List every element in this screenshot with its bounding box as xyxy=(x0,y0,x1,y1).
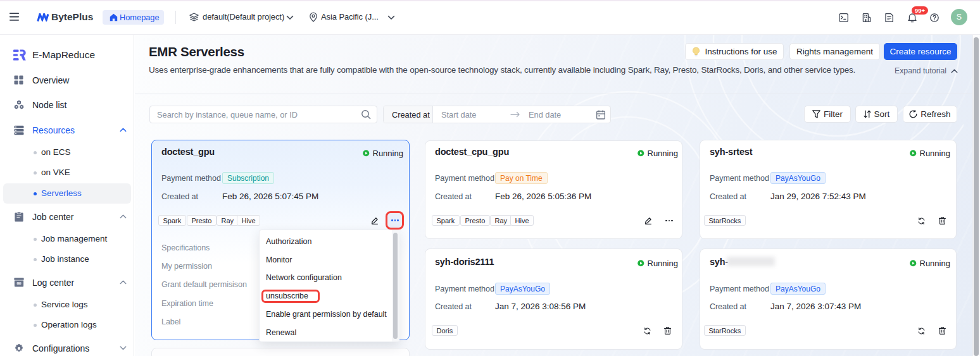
svg-text:LOG: LOG xyxy=(17,282,22,285)
